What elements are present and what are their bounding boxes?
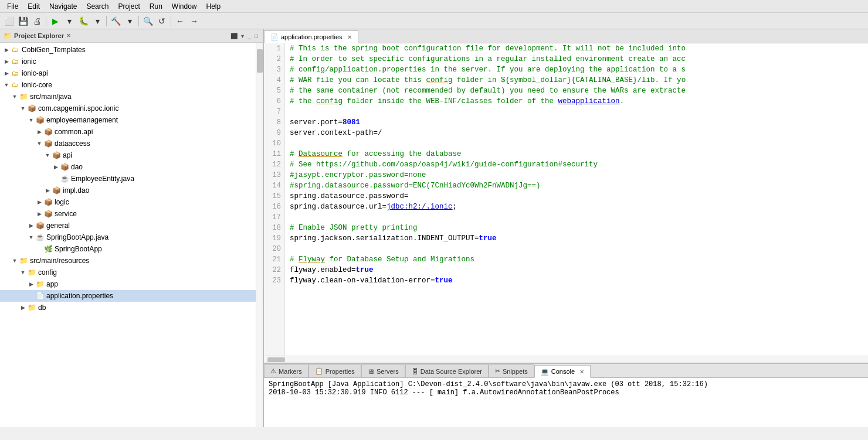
tab-markers[interactable]: ⚠ Markers: [264, 364, 308, 377]
explorer-minimize[interactable]: _: [246, 33, 252, 39]
code-editor[interactable]: 123456 789101112 131415161718 1920212223…: [264, 43, 868, 356]
tree-item-springbootapp[interactable]: ▶ 🌿 SpringBootApp: [0, 243, 256, 255]
tree-item-ionic-core[interactable]: ▼ 🗂 ionic-core: [0, 79, 256, 91]
code-line-17: [290, 212, 868, 223]
menu-help[interactable]: Help: [202, 1, 226, 12]
tree-item-logic[interactable]: ▶ 📦 logic: [0, 196, 256, 208]
tree-item-ionic-api[interactable]: ▶ 🗂 ionic-api: [0, 67, 256, 79]
explorer-maximize[interactable]: □: [253, 33, 259, 39]
toolbar-debug[interactable]: 🐛: [77, 15, 90, 28]
tree-item-cobigen[interactable]: ▶ 🗂 CobiGen_Templates: [0, 44, 256, 56]
tab-close[interactable]: ✕: [347, 34, 352, 40]
tree-content: ▶ 🗂 CobiGen_Templates ▶ 🗂 ionic ▶ 🗂 ion: [0, 43, 256, 427]
tree-scroll: ▶ 🗂 CobiGen_Templates ▶ 🗂 ionic ▶ 🗂 ion: [0, 43, 263, 427]
tree-item-src-main-resources[interactable]: ▼ 📁 src/main/resources: [0, 255, 256, 267]
label-app: app: [46, 280, 58, 288]
tab-label: application.properties: [281, 33, 343, 40]
servers-icon: 🖥: [368, 368, 374, 375]
tree-item-application-properties[interactable]: ▶ 📄 application.properties: [0, 290, 256, 302]
arrow-api: ▼: [43, 151, 52, 159]
scrollbar-thumb: [257, 49, 263, 73]
tab-console[interactable]: 💻 Console ✕: [534, 365, 591, 378]
toolbar-sep-3: [138, 16, 139, 26]
tree-item-general[interactable]: ▶ 📦 general: [0, 220, 256, 231]
code-line-15: spring.datasource.password=: [290, 191, 868, 202]
tab-servers[interactable]: 🖥 Servers: [361, 364, 405, 377]
toolbar-build-drop[interactable]: ▾: [123, 15, 136, 28]
tree-item-employee-entity[interactable]: ▶ ☕ EmployeeEntity.java: [0, 173, 256, 185]
project-explorer: 📁 Project Explorer ✕ ⬛ ▾ _ □ ▶ 🗂 CobiGen…: [0, 29, 264, 427]
label-src-resources: src/main/resources: [30, 257, 89, 265]
menu-navigate[interactable]: Navigate: [45, 1, 82, 12]
code-content: # This is the spring boot configuration …: [285, 43, 868, 356]
explorer-collapse-all[interactable]: ⬛: [229, 33, 239, 39]
tab-application-properties[interactable]: 📄 application.properties ✕: [264, 30, 358, 43]
tree-item-impl-dao[interactable]: ▶ 📦 impl.dao: [0, 185, 256, 196]
toolbar-build[interactable]: 🔨: [109, 15, 122, 28]
tree-item-dao[interactable]: ▶ 📦 dao: [0, 161, 256, 173]
tree-item-employeemanagement[interactable]: ▼ 📦 employeemanagement: [0, 114, 256, 126]
menu-search[interactable]: Search: [82, 1, 113, 12]
tab-properties[interactable]: 📋 Properties: [308, 364, 361, 377]
toolbar-search[interactable]: 🔍: [141, 15, 154, 28]
explorer-menu[interactable]: ▾: [240, 33, 245, 39]
explorer-title-text: Project Explorer: [14, 32, 64, 39]
menu-project[interactable]: Project: [113, 1, 144, 12]
toolbar-new[interactable]: ⬜: [2, 15, 15, 28]
tree-item-api[interactable]: ▼ 📦 api: [0, 149, 256, 161]
label-ionic: ionic: [22, 57, 36, 66]
tree-item-src-main-java[interactable]: ▼ 📁 src/main/java: [0, 91, 256, 103]
code-line-8: server.port=8081: [290, 117, 868, 128]
panel-header: 📁 Project Explorer ✕ ⬛ ▾ _ □: [0, 29, 263, 43]
tree-item-common-api[interactable]: ▶ 📦 common.api: [0, 126, 256, 138]
tree-item-com-capgemini[interactable]: ▼ 📦 com.capgemini.spoc.ionic: [0, 103, 256, 114]
toolbar-nav-back[interactable]: ←: [174, 15, 187, 28]
console-tab-close[interactable]: ✕: [579, 369, 584, 375]
bottom-panel: ⚠ Markers 📋 Properties 🖥 Servers 🗄 Data …: [264, 363, 868, 427]
menu-edit[interactable]: Edit: [23, 1, 45, 12]
tree-item-ionic[interactable]: ▶ 🗂 ionic: [0, 56, 256, 67]
icon-impl-dao: 📦: [52, 186, 61, 195]
menu-window[interactable]: Window: [167, 1, 202, 12]
icon-emp-entity: ☕: [60, 174, 69, 183]
menu-file[interactable]: File: [2, 1, 23, 12]
arrow-app: ▶: [27, 280, 35, 288]
icon-config: 📁: [27, 268, 36, 277]
tab-snippets[interactable]: ✂ Snippets: [489, 364, 534, 377]
arrow-ionic: ▶: [2, 57, 11, 66]
label-ionic-api: ionic-api: [22, 69, 48, 77]
code-line-5: # the same container (not recommended by…: [290, 86, 868, 96]
tree-item-db[interactable]: ▶ 📁 db: [0, 302, 256, 313]
tree-item-app[interactable]: ▶ 📁 app: [0, 278, 256, 290]
editor-area: 📄 application.properties ✕ 123456 789101…: [264, 29, 868, 363]
code-line-13: #jasypt.encryptor.password=none: [290, 170, 868, 180]
menu-run[interactable]: Run: [145, 1, 167, 12]
toolbar-refresh[interactable]: ↺: [155, 15, 168, 28]
tab-datasource[interactable]: 🗄 Data Source Explorer: [405, 364, 489, 377]
arrow-cobigen: ▶: [2, 46, 11, 54]
code-line-7: [290, 107, 868, 117]
code-line-11: # Datasource for accessing the database: [290, 149, 868, 159]
tree-item-dataaccess[interactable]: ▼ 📦 dataaccess: [0, 138, 256, 149]
editor-horizontal-scrollbar[interactable]: [264, 356, 868, 363]
explorer-close-icon[interactable]: ✕: [66, 33, 71, 39]
toolbar-nav-fwd[interactable]: →: [188, 15, 201, 28]
label-src-java: src/main/java: [30, 93, 72, 101]
explorer-scrollbar[interactable]: [256, 43, 263, 427]
tree-item-config[interactable]: ▼ 📁 config: [0, 267, 256, 278]
toolbar-run-drop[interactable]: ▾: [63, 15, 76, 28]
arrow-db: ▶: [19, 303, 27, 312]
bottom-tabs: ⚠ Markers 📋 Properties 🖥 Servers 🗄 Data …: [264, 364, 868, 378]
toolbar-run[interactable]: ▶: [49, 15, 62, 28]
icon-empmanagement: 📦: [35, 115, 45, 125]
code-line-3: # config/application.properties in the s…: [290, 64, 868, 75]
toolbar-debug-drop[interactable]: ▾: [91, 15, 104, 28]
explorer-actions: ⬛ ▾ _ □: [229, 33, 259, 39]
toolbar-print[interactable]: 🖨: [30, 15, 43, 28]
icon-dao: 📦: [60, 162, 69, 172]
tree-item-service[interactable]: ▶ 📦 service: [0, 208, 256, 220]
toolbar-save[interactable]: 💾: [16, 15, 29, 28]
markers-icon: ⚠: [270, 367, 276, 375]
code-line-14: #spring.datasource.password=ENC(7CnHiadY…: [290, 180, 868, 191]
tree-item-springbootapp-java[interactable]: ▼ ☕ SpringBootApp.java: [0, 231, 256, 243]
